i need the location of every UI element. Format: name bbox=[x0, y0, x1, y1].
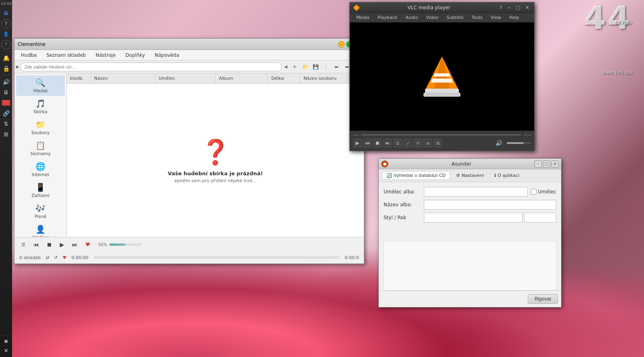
taskbar-bell-icon[interactable]: 🔔 bbox=[1, 53, 11, 63]
clem-tool-back[interactable]: ⬅ bbox=[332, 62, 341, 72]
time-elapsed: 0:00:00 bbox=[71, 255, 88, 260]
vlc-help-btn[interactable]: ? bbox=[498, 5, 504, 10]
love-btn[interactable]: ♥ bbox=[82, 239, 93, 250]
vlc-prev-btn[interactable]: ⏮ bbox=[363, 139, 372, 147]
clem-scroll-left[interactable]: ◀ bbox=[283, 64, 289, 70]
vlc-playlist-btn[interactable]: ☰ bbox=[393, 139, 402, 147]
vlc-menu-tools[interactable]: Tools bbox=[469, 14, 486, 21]
col-kladb[interactable]: kladb. bbox=[67, 73, 91, 83]
album-input[interactable] bbox=[424, 200, 556, 210]
clementine-search-input[interactable] bbox=[20, 62, 282, 71]
col-delka[interactable]: Délka bbox=[268, 73, 300, 83]
volume-percent: 50% bbox=[98, 243, 107, 247]
col-album[interactable]: Album bbox=[216, 73, 268, 83]
vlc-titlebar: 🔶 VLC media player ? − □ ✕ bbox=[350, 2, 534, 13]
asunder-tab-about[interactable]: ℹ O aplikaci bbox=[490, 171, 524, 180]
vlc-stop-btn[interactable]: ⏹ bbox=[373, 139, 382, 147]
progress-bar[interactable] bbox=[93, 256, 340, 259]
artist-checkbox[interactable] bbox=[531, 189, 537, 195]
col-nazev[interactable]: Název bbox=[91, 73, 155, 83]
asunder-title: Asunder bbox=[388, 161, 535, 167]
asunder-window: ● Asunder − □ ✕ 🔄 Vyhledat v databázi CD… bbox=[378, 158, 561, 307]
vlc-video-area[interactable] bbox=[350, 23, 534, 131]
vlc-loop-btn[interactable]: ↺ bbox=[413, 139, 422, 147]
playlist-btn[interactable]: ☰ bbox=[18, 239, 29, 250]
asunder-tab-search-icon: 🔄 bbox=[386, 173, 392, 178]
vlc-menu-help[interactable]: Help bbox=[506, 14, 522, 21]
taskbar-power-icon[interactable]: ✕ bbox=[1, 346, 11, 355]
sidebar-item-seznamy[interactable]: 📋 Seznamy bbox=[16, 138, 65, 159]
vlc-seek-right: --:-- bbox=[524, 133, 531, 137]
sidebar-item-internet[interactable]: 🌐 Internet bbox=[16, 159, 65, 180]
vlc-seek-bar[interactable] bbox=[361, 134, 521, 136]
clem-tool-add[interactable]: + bbox=[290, 62, 299, 72]
asunder-close-btn[interactable]: ✕ bbox=[551, 160, 559, 168]
clem-menu-hudba[interactable]: Hudba bbox=[18, 52, 40, 59]
vlc-rand-btn[interactable]: ⇄ bbox=[423, 139, 432, 147]
taskbar-apps-icon[interactable]: ⊞ bbox=[1, 129, 11, 139]
taskbar-screen-icon[interactable]: 🖥 bbox=[1, 87, 11, 97]
vlc-menu-media[interactable]: Media bbox=[353, 14, 373, 21]
vlc-menu-view[interactable]: View bbox=[487, 14, 504, 21]
genre-input[interactable] bbox=[424, 213, 522, 222]
vlc-next-btn[interactable]: ⏭ bbox=[383, 139, 392, 147]
clementine-minimize-btn[interactable]: − bbox=[338, 41, 345, 48]
asunder-tab-search-label: Vyhledat v databázi CD bbox=[394, 173, 446, 178]
col-umelec[interactable]: Umělec bbox=[155, 73, 216, 83]
asunder-ripovat-button[interactable]: Ripovat bbox=[528, 294, 558, 304]
vlc-orange-icon: 🔶 bbox=[353, 4, 360, 11]
svg-marker-2 bbox=[431, 79, 453, 83]
asunder-min-btn[interactable]: − bbox=[535, 160, 542, 168]
stop-btn[interactable]: ⏹ bbox=[43, 239, 55, 250]
vlc-minimize-btn[interactable]: − bbox=[506, 5, 513, 10]
taskbar: 14:04 G ? 👤 ? 🔔 🔒 🔊 🖥 🔗 ⇅ ⊞ ▣ ✕ bbox=[0, 0, 12, 357]
sidebar-item-pisne[interactable]: 🎶 Písně bbox=[16, 201, 65, 222]
vlc-close-btn[interactable]: ✕ bbox=[524, 5, 531, 10]
taskbar-lock-icon[interactable]: 🔒 bbox=[1, 64, 11, 73]
taskbar-link-icon[interactable]: 🔗 bbox=[1, 108, 11, 118]
clem-tool-save[interactable]: 💾 bbox=[311, 62, 320, 72]
hledat-label: Hledat bbox=[33, 88, 47, 93]
playback-controls-row: ☰ ⏮ ⏹ ▶ ⏭ ♥ 50% bbox=[14, 237, 364, 252]
sidebar-item-hledat[interactable]: 🔍 Hledat bbox=[16, 75, 65, 96]
clem-tool-folder[interactable]: 📁 bbox=[300, 62, 310, 72]
sidebar-item-sbirka[interactable]: 🎵 Sbírka bbox=[16, 96, 65, 117]
vlc-menu-video[interactable]: Video bbox=[423, 14, 442, 21]
taskbar-volume-icon[interactable]: 🔊 bbox=[1, 77, 11, 87]
next-btn[interactable]: ⏭ bbox=[69, 239, 80, 250]
empty-sub-text: epněte sem pro přidání nějaké hud... bbox=[174, 178, 256, 183]
taskbar-user-icon[interactable]: 👤 bbox=[1, 29, 11, 39]
asunder-max-btn[interactable]: □ bbox=[543, 160, 550, 168]
taskbar-arrow-icon[interactable]: ⇅ bbox=[1, 119, 11, 129]
asunder-tab-settings[interactable]: ⚙ Nastavení bbox=[452, 171, 488, 180]
vlc-frames-btn[interactable]: ⊞ bbox=[433, 139, 442, 147]
volume-slider[interactable] bbox=[109, 243, 142, 246]
play-btn[interactable]: ▶ bbox=[56, 239, 68, 250]
prev-btn[interactable]: ⏮ bbox=[31, 239, 42, 250]
taskbar-flag-icon[interactable] bbox=[1, 98, 11, 108]
taskbar-window-icon[interactable]: ▣ bbox=[1, 336, 11, 346]
clem-tool-sep: | bbox=[321, 62, 331, 72]
vlc-volume-slider[interactable] bbox=[507, 142, 531, 144]
sidebar-item-soubory[interactable]: 📁 Soubory bbox=[16, 117, 65, 138]
vlc-volume-fill bbox=[507, 142, 524, 144]
vlc-maximize-btn[interactable]: □ bbox=[514, 5, 522, 10]
vlc-menu-subtitle[interactable]: Subtitle bbox=[443, 14, 466, 21]
taskbar-faq-icon[interactable]: ? bbox=[1, 40, 11, 50]
sidebar-item-umelec[interactable]: 👤 Umělec bbox=[16, 222, 65, 237]
clem-menu-nastroje[interactable]: Nástroje bbox=[93, 52, 119, 59]
asunder-tab-search[interactable]: 🔄 Vyhledat v databázi CD bbox=[382, 171, 450, 180]
year-input[interactable] bbox=[524, 213, 556, 222]
vlc-play-btn[interactable]: ▶ bbox=[353, 139, 362, 147]
sidebar-item-zarizeni[interactable]: 📱 Zařízení bbox=[16, 180, 65, 201]
taskbar-help-icon[interactable]: ? bbox=[1, 19, 11, 29]
taskbar-g-icon[interactable]: G bbox=[1, 8, 11, 18]
asunder-titlebar: ● Asunder − □ ✕ bbox=[379, 159, 561, 169]
clem-menu-seznam[interactable]: Seznam skladeb bbox=[43, 52, 89, 59]
vlc-menu-audio[interactable]: Audio bbox=[402, 14, 421, 21]
vlc-ext-btn[interactable]: ⤢ bbox=[403, 139, 412, 147]
vlc-menu-playback[interactable]: Playback bbox=[374, 14, 400, 21]
artist-input[interactable] bbox=[424, 187, 528, 197]
clem-menu-napoveda[interactable]: Nápověda bbox=[151, 52, 182, 59]
clem-menu-doplnky[interactable]: Doplňky bbox=[122, 52, 149, 59]
